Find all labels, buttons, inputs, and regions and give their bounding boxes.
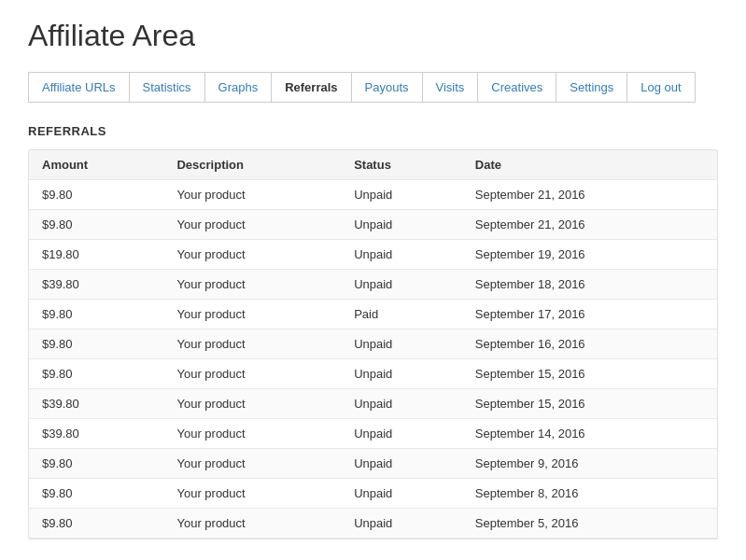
cell-description: Your product (163, 389, 341, 419)
col-header-amount: Amount (29, 150, 163, 180)
section-title: REFERRALS (28, 124, 718, 138)
cell-date: September 18, 2016 (462, 270, 717, 300)
cell-amount: $9.80 (29, 359, 163, 389)
tab-creatives[interactable]: Creatives (477, 72, 556, 103)
cell-amount: $9.80 (29, 300, 163, 329)
cell-description: Your product (163, 240, 341, 270)
cell-date: September 5, 2016 (462, 509, 717, 539)
tab-graphs[interactable]: Graphs (204, 72, 273, 103)
tab-settings[interactable]: Settings (556, 72, 627, 103)
cell-amount: $9.80 (29, 210, 163, 240)
table-row: $9.80Your productUnpaidSeptember 5, 2016 (29, 509, 717, 539)
page-title: Affiliate Area (28, 19, 718, 53)
cell-status: Unpaid (341, 389, 462, 419)
cell-date: September 8, 2016 (462, 479, 717, 509)
table-row: $9.80Your productUnpaidSeptember 16, 201… (29, 329, 717, 359)
col-header-status: Status (341, 150, 462, 180)
col-header-date: Date (462, 150, 717, 180)
tab-navigation: Affiliate URLsStatisticsGraphsReferralsP… (28, 72, 718, 102)
cell-status: Unpaid (341, 210, 462, 240)
cell-amount: $39.80 (29, 389, 163, 419)
cell-amount: $39.80 (29, 270, 163, 300)
cell-description: Your product (163, 329, 341, 359)
cell-status: Unpaid (341, 359, 462, 389)
cell-description: Your product (163, 210, 341, 240)
referrals-table-container: AmountDescriptionStatusDate $9.80Your pr… (28, 149, 718, 539)
tab-statistics[interactable]: Statistics (129, 72, 205, 103)
cell-amount: $19.80 (29, 240, 163, 270)
cell-description: Your product (163, 449, 341, 479)
cell-amount: $9.80 (29, 180, 163, 210)
cell-amount: $9.80 (29, 479, 163, 509)
cell-status: Unpaid (341, 240, 462, 270)
cell-description: Your product (163, 509, 341, 539)
cell-status: Unpaid (341, 479, 462, 509)
tab-log-out[interactable]: Log out (626, 72, 695, 103)
table-header: AmountDescriptionStatusDate (29, 150, 717, 180)
cell-date: September 16, 2016 (462, 329, 717, 359)
tab-referrals[interactable]: Referrals (271, 72, 351, 103)
table-row: $9.80Your productUnpaidSeptember 9, 2016 (29, 449, 717, 479)
col-header-description: Description (163, 150, 341, 180)
cell-amount: $9.80 (29, 449, 163, 479)
table-row: $39.80Your productUnpaidSeptember 15, 20… (29, 389, 717, 419)
cell-status: Unpaid (341, 509, 462, 539)
cell-amount: $39.80 (29, 419, 163, 449)
table-row: $19.80Your productUnpaidSeptember 19, 20… (29, 240, 717, 270)
cell-description: Your product (163, 180, 341, 210)
cell-status: Unpaid (341, 270, 462, 300)
cell-description: Your product (163, 300, 341, 329)
cell-description: Your product (163, 359, 341, 389)
cell-amount: $9.80 (29, 509, 163, 539)
cell-date: September 14, 2016 (462, 419, 717, 449)
table-row: $9.80Your productUnpaidSeptember 21, 201… (29, 210, 717, 240)
table-row: $9.80Your productUnpaidSeptember 21, 201… (29, 180, 717, 210)
table-row: $39.80Your productUnpaidSeptember 18, 20… (29, 270, 717, 300)
table-row: $9.80Your productUnpaidSeptember 15, 201… (29, 359, 717, 389)
cell-description: Your product (163, 419, 341, 449)
table-body: $9.80Your productUnpaidSeptember 21, 201… (29, 180, 717, 539)
table-row: $9.80Your productPaidSeptember 17, 2016 (29, 300, 717, 329)
cell-status: Unpaid (341, 329, 462, 359)
cell-date: September 21, 2016 (462, 210, 717, 240)
cell-status: Unpaid (341, 419, 462, 449)
table-header-row: AmountDescriptionStatusDate (29, 150, 717, 180)
cell-date: September 15, 2016 (462, 389, 717, 419)
cell-description: Your product (163, 270, 341, 300)
cell-status: Paid (341, 300, 462, 329)
cell-date: September 19, 2016 (462, 240, 717, 270)
cell-description: Your product (163, 479, 341, 509)
cell-date: September 21, 2016 (462, 180, 717, 210)
table-row: $9.80Your productUnpaidSeptember 8, 2016 (29, 479, 717, 509)
referrals-table: AmountDescriptionStatusDate $9.80Your pr… (29, 150, 717, 539)
cell-date: September 17, 2016 (462, 300, 717, 329)
table-row: $39.80Your productUnpaidSeptember 14, 20… (29, 419, 717, 449)
cell-date: September 15, 2016 (462, 359, 717, 389)
tab-payouts[interactable]: Payouts (351, 72, 423, 103)
tab-affiliate-urls[interactable]: Affiliate URLs (28, 72, 130, 103)
tab-visits[interactable]: Visits (422, 72, 479, 103)
cell-amount: $9.80 (29, 329, 163, 359)
cell-status: Unpaid (341, 449, 462, 479)
cell-date: September 9, 2016 (462, 449, 717, 479)
cell-status: Unpaid (341, 180, 462, 210)
